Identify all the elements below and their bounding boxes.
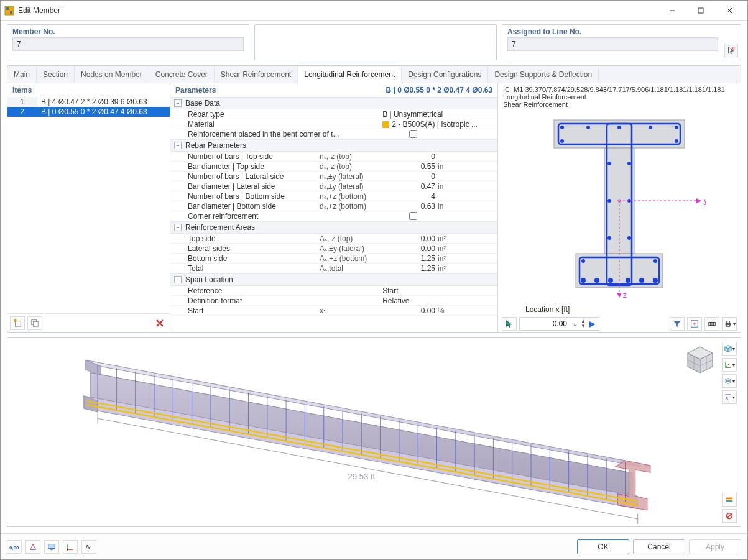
assigned-line-input[interactable]	[507, 37, 718, 51]
view-reset-button[interactable]	[722, 509, 737, 523]
parameters-header: Parameters	[175, 86, 216, 94]
formula-button[interactable]: fx	[81, 540, 96, 554]
extents-button[interactable]	[687, 317, 702, 331]
span-start-value[interactable]: 0.00	[388, 306, 438, 315]
graphics-button[interactable]	[44, 540, 59, 554]
svg-line-122	[727, 514, 732, 518]
tab-design-supports-deflection[interactable]: Design Supports & Deflection	[488, 66, 599, 83]
group-base-data[interactable]: −Base Data	[170, 97, 497, 109]
pick-line-button[interactable]	[724, 44, 738, 57]
dia-top-value[interactable]: 0.55	[388, 162, 438, 171]
print-button[interactable]: ▾	[722, 317, 737, 331]
apply-button[interactable]: Apply	[689, 539, 741, 554]
cross-section-view[interactable]: y z	[498, 111, 741, 303]
navigation-cube[interactable]	[685, 344, 716, 375]
view-display-button[interactable]: ▾	[722, 374, 737, 388]
dia-lateral-value[interactable]: 0.47	[388, 182, 438, 191]
tab-nodes-on-member[interactable]: Nodes on Member	[75, 66, 149, 83]
dropdown-icon[interactable]: ⌄	[570, 319, 581, 328]
svg-rect-4	[698, 8, 703, 13]
group-span-location[interactable]: −Span Location	[170, 273, 497, 286]
group-reinforcement-areas[interactable]: −Reinforcement Areas	[170, 221, 497, 234]
member-no-input[interactable]	[12, 37, 244, 51]
view-values-button[interactable]	[722, 493, 737, 507]
collapse-icon: −	[174, 224, 182, 231]
view-x-button[interactable]: x▾	[722, 390, 737, 404]
location-spinner[interactable]: ▲▼	[581, 319, 586, 329]
preview-select-button[interactable]	[502, 317, 517, 331]
structure-icon	[29, 543, 37, 551]
svg-rect-10	[33, 321, 38, 326]
copy-icon	[30, 319, 39, 328]
tab-main[interactable]: Main	[7, 66, 37, 83]
tab-design-configurations[interactable]: Design Configurations	[402, 66, 488, 83]
reset-icon	[725, 512, 734, 520]
svg-point-30	[560, 139, 564, 143]
svg-point-36	[607, 236, 611, 240]
svg-text:z: z	[623, 291, 627, 300]
dimensions-button[interactable]	[704, 317, 719, 331]
preview-longitudinal-label: Longitudinal Reinforcement	[503, 93, 736, 101]
window-maximize-button[interactable]	[686, 1, 715, 20]
member-no-label: Member No.	[7, 25, 249, 37]
svg-text:0,00: 0,00	[9, 544, 19, 550]
span-format-value[interactable]: Relative	[382, 296, 497, 305]
collapse-icon: −	[174, 142, 182, 149]
nbars-top-value[interactable]: 0	[388, 152, 438, 161]
items-row[interactable]: 2 B | 0 Ø0.55 0 * 2 Ø0.47 4 Ø0.63	[7, 107, 170, 117]
delete-item-button[interactable]	[152, 316, 167, 330]
parameters-header-summary: B | 0 Ø0.55 0 * 2 Ø0.47 4 Ø0.63	[386, 86, 492, 94]
delete-icon	[155, 318, 165, 328]
copy-item-button[interactable]	[27, 316, 42, 330]
cancel-button[interactable]: Cancel	[633, 539, 685, 554]
new-item-button[interactable]	[10, 316, 25, 330]
items-table[interactable]: 1 B | 4 Ø0.47 2 * 2 Ø0.39 6 Ø0.63 2 B | …	[7, 97, 170, 313]
svg-rect-120	[726, 500, 733, 502]
svg-line-114	[726, 364, 729, 367]
svg-point-37	[627, 236, 631, 240]
window-minimize-button[interactable]	[658, 1, 686, 20]
location-label: Location x [ft]	[525, 305, 570, 314]
span-reference-value[interactable]: Start	[382, 287, 497, 295]
group-rebar-parameters[interactable]: −Rebar Parameters	[170, 139, 497, 152]
items-row-index: 2	[7, 107, 37, 117]
svg-marker-49	[617, 293, 622, 298]
view-iso-button[interactable]: ▾	[722, 342, 737, 356]
svg-line-125	[33, 544, 35, 549]
parameters-grid[interactable]: −Base Data Rebar typeB | Unsymmetrical M…	[170, 97, 497, 332]
corner-reinforcement-checkbox[interactable]	[409, 212, 417, 220]
svg-rect-127	[48, 544, 55, 548]
dia-bottom-value[interactable]: 0.63	[388, 202, 438, 211]
nbars-lateral-value[interactable]: 0	[388, 172, 438, 181]
member-no-panel: Member No.	[7, 24, 249, 60]
svg-point-44	[581, 259, 585, 263]
tab-longitudinal-reinforcement[interactable]: Longitudinal Reinforcement	[298, 67, 402, 83]
svg-rect-128	[50, 549, 53, 550]
svg-rect-59	[726, 321, 729, 323]
location-next-button[interactable]: ▶	[586, 319, 599, 328]
location-x-input[interactable]	[520, 318, 570, 330]
filter-button[interactable]	[670, 317, 685, 331]
items-row[interactable]: 1 B | 4 Ø0.47 2 * 2 Ø0.39 6 Ø0.63	[7, 97, 170, 107]
tab-concrete-cover[interactable]: Concrete Cover	[149, 66, 215, 83]
member-3d-view[interactable]: 29.53 ft ▾ ▾ ▾ x▾	[7, 337, 741, 527]
material-value[interactable]: 2 - B500S(A) | Isotropic ...	[382, 120, 497, 129]
window-close-button[interactable]	[715, 1, 744, 20]
tab-shear-reinforcement[interactable]: Shear Reinforcement	[215, 66, 298, 83]
svg-marker-115	[725, 379, 732, 382]
tab-section[interactable]: Section	[37, 66, 75, 83]
nbars-bottom-value[interactable]: 4	[388, 192, 438, 201]
material-color-swatch	[382, 121, 389, 128]
svg-text:y: y	[704, 196, 706, 205]
coords-button[interactable]	[63, 540, 78, 554]
bent-corner-checkbox[interactable]	[409, 130, 417, 138]
layers-icon	[724, 377, 732, 385]
section-name-label: IC_M1 39.370/7.874/29.528/9.843/17.717/5…	[503, 86, 736, 93]
units-button[interactable]: 0,00	[7, 540, 22, 554]
view-axes-button[interactable]: ▾	[722, 358, 737, 372]
ok-button[interactable]: OK	[577, 539, 629, 554]
area-lateral-value: 0.00	[388, 244, 438, 253]
model-button[interactable]	[25, 540, 40, 554]
rebar-type-value[interactable]: B | Unsymmetrical	[382, 110, 497, 119]
svg-point-131	[67, 549, 68, 551]
